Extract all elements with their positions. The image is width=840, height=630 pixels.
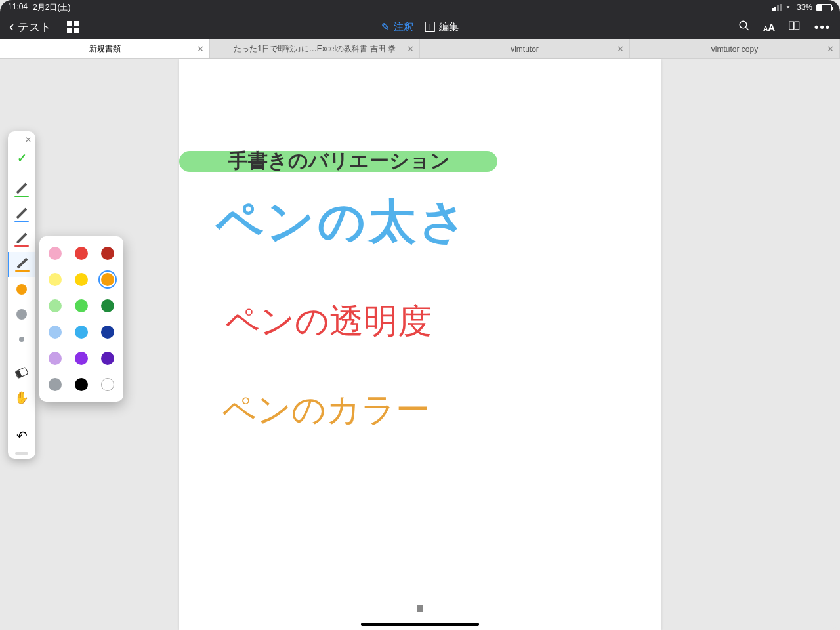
wifi-icon: ᯤ xyxy=(786,3,793,11)
handwriting-orange: ペンのカラー xyxy=(222,387,430,433)
document-page[interactable]: 手書きのバリエーション ペンの太さ ペンの透明度 ペンのカラー xyxy=(179,59,662,630)
color-swatch-5[interactable] xyxy=(101,273,114,286)
tab-close-button[interactable]: ✕ xyxy=(407,44,414,54)
text-cursor-icon: T xyxy=(425,22,435,32)
status-bar: 11:04 2月2日(土) ᯤ 33% xyxy=(0,0,840,14)
tab-label: vimtutor xyxy=(511,45,539,54)
color-swatch-11[interactable] xyxy=(101,326,114,339)
annotate-label: 注釈 xyxy=(394,21,413,33)
back-label: テスト xyxy=(18,20,51,35)
color-gray-button[interactable] xyxy=(8,302,35,327)
status-time: 11:04 xyxy=(8,2,28,13)
undo-icon: ↶ xyxy=(16,428,28,444)
scroll-indicator xyxy=(417,605,423,612)
canvas-area: 手書きのバリエーション ペンの太さ ペンの透明度 ペンのカラー xyxy=(0,59,840,630)
color-swatch-2[interactable] xyxy=(101,247,114,260)
home-indicator xyxy=(361,623,479,626)
color-swatch-8[interactable] xyxy=(101,299,114,312)
handwriting-red: ペンの透明度 xyxy=(225,299,432,345)
color-swatch-10[interactable] xyxy=(75,326,88,339)
back-button[interactable]: ‹ テスト xyxy=(9,20,51,35)
reading-view-button[interactable] xyxy=(788,20,801,34)
color-swatch-9[interactable] xyxy=(49,326,62,339)
tab-2[interactable]: vimtutor✕ xyxy=(420,39,630,58)
color-swatch-12[interactable] xyxy=(49,352,62,365)
tab-bar: 新規書類✕たった1日で即戦力に…Excelの教科書 吉田 拳✕vimtutor✕… xyxy=(0,39,840,59)
pan-button[interactable]: ✋ xyxy=(8,385,35,410)
tab-label: 新規書類 xyxy=(89,43,121,54)
status-date: 2月2日(土) xyxy=(33,2,70,13)
eraser-icon xyxy=(14,367,28,379)
separator xyxy=(13,356,30,356)
color-swatch-14[interactable] xyxy=(101,352,114,365)
color-swatch-13[interactable] xyxy=(75,352,88,365)
thumbnails-button[interactable] xyxy=(67,21,79,33)
cell-signal-icon xyxy=(772,4,782,10)
edit-mode-button[interactable]: T 編集 xyxy=(425,21,459,33)
pen-preset-2[interactable] xyxy=(8,202,35,227)
color-palette-popover xyxy=(39,236,123,402)
svg-point-0 xyxy=(740,21,747,28)
tab-close-button[interactable]: ✕ xyxy=(197,44,204,54)
pencil-icon: ✎ xyxy=(381,21,390,33)
top-toolbar: ‹ テスト ✎ 注釈 T 編集 AA ••• xyxy=(0,14,840,39)
confirm-button[interactable]: ✓ xyxy=(8,146,35,171)
pen-toolbar: ✕ ✓ ✋ ↶ xyxy=(8,131,35,459)
tab-3[interactable]: vimtutor copy✕ xyxy=(630,39,840,58)
chevron-left-icon: ‹ xyxy=(9,20,14,34)
toolbar-drag-handle[interactable] xyxy=(15,452,28,455)
color-swatch-6[interactable] xyxy=(49,299,62,312)
battery-icon xyxy=(816,4,832,11)
thickness-button[interactable] xyxy=(8,327,35,352)
appearance-button[interactable]: AA xyxy=(763,22,775,33)
battery-percent: 33% xyxy=(797,3,812,12)
tab-0[interactable]: 新規書類✕ xyxy=(0,39,210,58)
pen-preset-1[interactable] xyxy=(8,177,35,202)
undo-button[interactable]: ↶ xyxy=(8,423,35,448)
close-toolbar-button[interactable]: ✕ xyxy=(25,135,32,144)
tab-label: vimtutor copy xyxy=(711,45,758,54)
handwriting-title: 手書きのバリエーション xyxy=(228,148,450,175)
pen-preset-4[interactable] xyxy=(8,252,35,277)
color-swatch-16[interactable] xyxy=(75,378,88,391)
tab-label: たった1日で即戦力に…Excelの教科書 吉田 拳 xyxy=(234,43,396,54)
tab-close-button[interactable]: ✕ xyxy=(827,44,834,54)
color-swatch-4[interactable] xyxy=(75,273,88,286)
tab-1[interactable]: たった1日で即戦力に…Excelの教科書 吉田 拳✕ xyxy=(210,39,420,58)
color-swatch-17[interactable] xyxy=(101,378,114,391)
color-swatch-3[interactable] xyxy=(49,273,62,286)
color-swatch-7[interactable] xyxy=(75,299,88,312)
color-orange-button[interactable] xyxy=(8,277,35,302)
color-swatch-1[interactable] xyxy=(75,247,88,260)
edit-label: 編集 xyxy=(439,21,459,33)
handwriting-blue: ペンの太さ xyxy=(215,190,470,253)
eraser-button[interactable] xyxy=(8,360,35,385)
color-swatch-15[interactable] xyxy=(49,378,62,391)
svg-line-1 xyxy=(746,27,749,30)
search-button[interactable] xyxy=(738,20,750,35)
color-swatch-0[interactable] xyxy=(49,247,62,260)
pen-preset-3[interactable] xyxy=(8,227,35,252)
tab-close-button[interactable]: ✕ xyxy=(617,44,624,54)
annotate-mode-button[interactable]: ✎ 注釈 xyxy=(381,21,413,33)
hand-icon: ✋ xyxy=(14,390,29,405)
more-button[interactable]: ••• xyxy=(814,20,831,34)
check-icon: ✓ xyxy=(17,151,27,165)
